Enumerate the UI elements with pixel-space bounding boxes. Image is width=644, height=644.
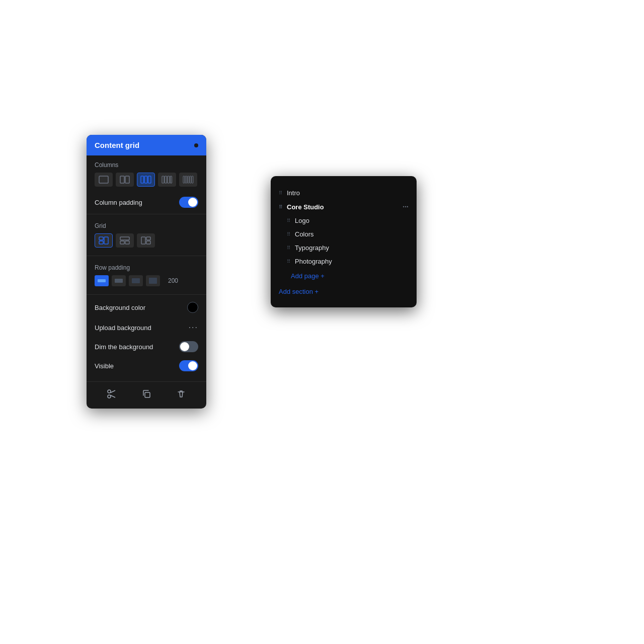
upload-background-label: Upload background xyxy=(95,324,151,332)
svg-rect-10 xyxy=(183,176,185,183)
panel-header-dot xyxy=(194,143,198,147)
logo-item[interactable]: ⠿ Logo xyxy=(271,214,417,227)
logo-dots: ⠿ xyxy=(287,218,291,223)
background-color-label: Background color xyxy=(95,304,145,311)
panel-body: Columns xyxy=(87,155,206,379)
svg-rect-20 xyxy=(125,241,129,244)
dim-background-toggle[interactable] xyxy=(179,341,198,352)
svg-rect-15 xyxy=(99,237,103,240)
svg-line-31 xyxy=(111,395,116,398)
svg-rect-18 xyxy=(120,237,129,240)
svg-rect-19 xyxy=(120,241,124,244)
svg-rect-27 xyxy=(149,278,157,284)
grid-icon-3[interactable] xyxy=(137,233,155,248)
grid-icon-1[interactable] xyxy=(95,233,113,248)
col-icon-5[interactable] xyxy=(179,173,197,187)
svg-rect-25 xyxy=(115,279,123,283)
svg-rect-9 xyxy=(171,176,172,183)
right-panel: ⠿ Intro ⠿ Core Studio ··· ⠿ Logo ⠿ Color… xyxy=(271,176,417,307)
add-page-button[interactable]: Add page + xyxy=(271,268,417,282)
svg-rect-13 xyxy=(190,176,191,183)
col-icon-2[interactable] xyxy=(116,173,134,187)
upload-background-menu[interactable]: ··· xyxy=(189,323,198,332)
pad-icon-3[interactable] xyxy=(129,275,143,286)
svg-point-29 xyxy=(108,395,111,398)
intro-text: Intro xyxy=(287,189,409,197)
core-studio-menu[interactable]: ··· xyxy=(403,203,409,211)
divider-1 xyxy=(87,214,206,214)
col-icon-4[interactable] xyxy=(158,173,176,187)
pad-icon-4[interactable] xyxy=(146,275,160,286)
photography-item[interactable]: ⠿ Photography xyxy=(271,255,417,268)
svg-rect-22 xyxy=(146,237,150,240)
dim-background-row: Dim the background xyxy=(87,337,206,356)
row-padding-value: 200 xyxy=(163,277,178,284)
colors-item[interactable]: ⠿ Colors xyxy=(271,227,417,241)
column-padding-row: Column padding xyxy=(87,193,206,212)
dim-background-label: Dim the background xyxy=(95,343,153,351)
core-studio-dots: ⠿ xyxy=(279,204,283,210)
svg-rect-3 xyxy=(141,176,144,183)
column-padding-label: Column padding xyxy=(95,199,142,206)
divider-2 xyxy=(87,256,206,256)
col-icon-1[interactable] xyxy=(95,173,113,187)
svg-rect-24 xyxy=(98,279,106,282)
typography-item[interactable]: ⠿ Typography xyxy=(271,241,417,255)
grid-label: Grid xyxy=(87,216,206,233)
grid-icon-2[interactable] xyxy=(116,233,134,248)
visible-toggle-knob xyxy=(188,361,197,370)
panel-toolbar xyxy=(87,381,206,409)
svg-rect-21 xyxy=(141,237,145,244)
svg-rect-1 xyxy=(120,176,124,183)
svg-rect-11 xyxy=(185,176,187,183)
photography-text: Photography xyxy=(295,258,409,265)
typography-text: Typography xyxy=(295,244,409,252)
core-studio-text: Core Studio xyxy=(287,203,403,211)
svg-rect-0 xyxy=(99,176,108,183)
row-padding-row: 200 xyxy=(87,275,206,292)
col-icon-3[interactable] xyxy=(137,173,155,187)
svg-point-28 xyxy=(108,390,111,393)
typography-dots: ⠿ xyxy=(287,245,291,251)
columns-icons xyxy=(87,173,206,193)
svg-rect-5 xyxy=(148,176,151,183)
svg-rect-6 xyxy=(162,176,164,183)
panel-title: Content grid xyxy=(95,141,139,149)
photography-dots: ⠿ xyxy=(287,259,291,264)
background-color-picker[interactable] xyxy=(187,302,198,313)
cut-button[interactable] xyxy=(103,387,121,404)
svg-rect-26 xyxy=(132,278,140,283)
add-section-button[interactable]: Add section + xyxy=(271,282,417,297)
intro-item[interactable]: ⠿ Intro xyxy=(271,186,417,200)
svg-rect-23 xyxy=(146,241,150,244)
toggle-knob xyxy=(188,198,197,207)
dim-toggle-knob xyxy=(180,342,189,351)
column-padding-toggle[interactable] xyxy=(179,197,198,208)
copy-button[interactable] xyxy=(137,387,155,404)
svg-rect-12 xyxy=(188,176,189,183)
grid-icons xyxy=(87,233,206,254)
svg-rect-2 xyxy=(125,176,129,183)
visible-row: Visible xyxy=(87,356,206,375)
intro-dots: ⠿ xyxy=(279,190,283,196)
svg-rect-32 xyxy=(145,392,150,397)
svg-rect-16 xyxy=(99,241,103,244)
pad-icon-2[interactable] xyxy=(112,275,126,286)
logo-text: Logo xyxy=(295,217,409,224)
colors-text: Colors xyxy=(295,230,409,238)
divider-3 xyxy=(87,294,206,295)
columns-label: Columns xyxy=(87,155,206,173)
panel-header: Content grid xyxy=(87,135,206,155)
pad-icon-1[interactable] xyxy=(95,275,109,286)
svg-rect-7 xyxy=(165,176,167,183)
row-padding-label: Row padding xyxy=(87,258,206,275)
svg-rect-4 xyxy=(144,176,147,183)
colors-dots: ⠿ xyxy=(287,231,291,237)
upload-background-row: Upload background ··· xyxy=(87,318,206,337)
delete-button[interactable] xyxy=(172,387,190,404)
background-color-row: Background color xyxy=(87,297,206,318)
svg-rect-8 xyxy=(168,176,170,183)
svg-rect-17 xyxy=(104,237,108,244)
core-studio-item[interactable]: ⠿ Core Studio ··· xyxy=(271,200,417,214)
visible-toggle[interactable] xyxy=(179,360,198,371)
